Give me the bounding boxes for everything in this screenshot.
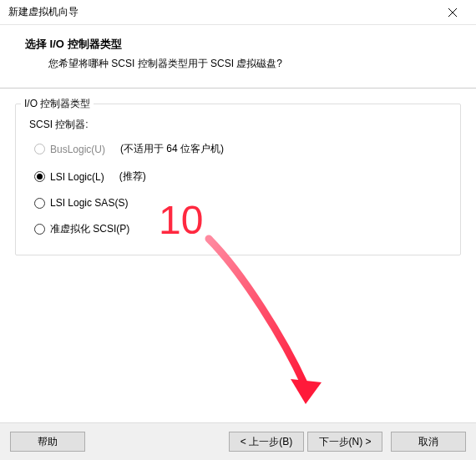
radio-icon [34, 224, 45, 235]
next-button[interactable]: 下一步(N) > [307, 432, 382, 452]
radio-buslogic: BusLogic(U) (不适用于 64 位客户机) [34, 142, 448, 156]
window-title: 新建虚拟机向导 [8, 5, 436, 19]
radio-icon [34, 171, 45, 182]
radio-icon [34, 144, 45, 154]
radio-lsi-logic[interactable]: LSI Logic(L) (推荐) [34, 169, 448, 184]
io-controller-group: I/O 控制器类型 SCSI 控制器: BusLogic(U) (不适用于 64… [15, 104, 461, 255]
wizard-footer: 帮助 < 上一步(B) 下一步(N) > 取消 [0, 422, 476, 460]
close-button[interactable] [436, 1, 469, 24]
radio-hint: (不适用于 64 位客户机) [120, 142, 224, 156]
scsi-controller-label: SCSI 控制器: [29, 118, 448, 132]
radio-hint: (推荐) [119, 169, 146, 184]
radio-label: LSI Logic(L) [50, 171, 104, 183]
titlebar: 新建虚拟机向导 [0, 0, 476, 25]
wizard-header: 选择 I/O 控制器类型 您希望将哪种 SCSI 控制器类型用于 SCSI 虚拟… [0, 25, 476, 88]
radio-label: BusLogic(U) [50, 144, 105, 155]
wizard-content: I/O 控制器类型 SCSI 控制器: BusLogic(U) (不适用于 64… [0, 88, 476, 412]
help-button[interactable]: 帮助 [10, 432, 85, 452]
group-legend: I/O 控制器类型 [21, 97, 94, 111]
close-icon [448, 8, 457, 17]
page-title: 选择 I/O 控制器类型 [25, 37, 459, 52]
radio-label: LSI Logic SAS(S) [50, 197, 128, 209]
back-button[interactable]: < 上一步(B) [229, 432, 304, 452]
svg-marker-2 [291, 379, 322, 404]
radio-lsi-logic-sas[interactable]: LSI Logic SAS(S) [34, 197, 448, 209]
cancel-button[interactable]: 取消 [391, 432, 466, 452]
page-subtitle: 您希望将哪种 SCSI 控制器类型用于 SCSI 虚拟磁盘? [25, 57, 459, 71]
radio-paravirtual-scsi[interactable]: 准虚拟化 SCSI(P) [34, 222, 448, 236]
radio-label: 准虚拟化 SCSI(P) [50, 222, 129, 236]
radio-icon [34, 198, 45, 209]
